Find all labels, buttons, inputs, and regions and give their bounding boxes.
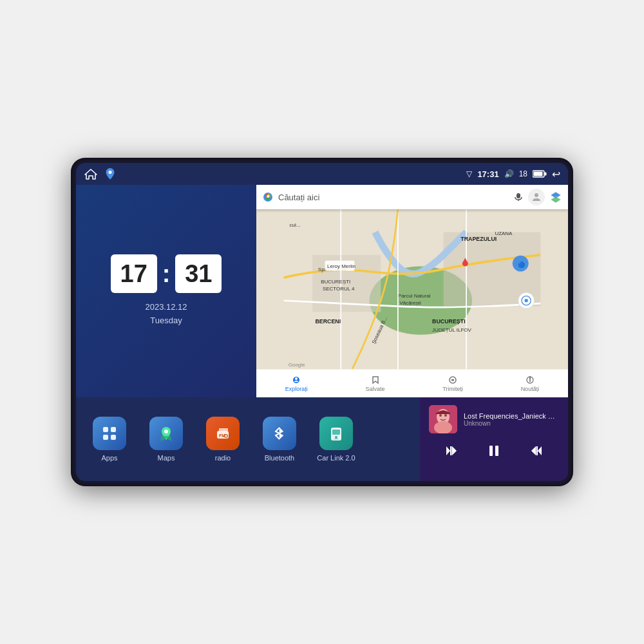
clock-display: 17 : 31 <box>111 254 222 293</box>
svg-text:JUDEȚUL ILFOV: JUDEȚUL ILFOV <box>432 327 471 333</box>
svg-rect-54 <box>334 439 339 440</box>
bottom-area: Apps Maps <box>76 397 568 481</box>
svg-point-6 <box>267 195 269 198</box>
maps-icon[interactable] <box>149 417 183 450</box>
explore-label: Explorați <box>285 386 308 392</box>
svg-point-53 <box>335 436 337 439</box>
back-icon[interactable]: ↩ <box>552 168 560 180</box>
svg-point-33 <box>524 299 527 302</box>
status-right: ▽ 17:31 🔊 18 ↩ <box>466 168 560 180</box>
home-icon[interactable] <box>84 168 98 180</box>
svg-point-59 <box>444 414 447 417</box>
map-search-input[interactable]: Căutați aici <box>278 193 509 202</box>
explore-icon <box>292 375 301 384</box>
status-bar: ▽ 17:31 🔊 18 ↩ <box>76 163 568 185</box>
time-display: 17:31 <box>477 169 498 179</box>
music-title: Lost Frequencies_Janieck Devy-... <box>464 412 559 420</box>
svg-text:BERCENI: BERCENI <box>315 318 341 325</box>
map-tab-saved[interactable]: Salvate <box>366 375 385 392</box>
svg-rect-66 <box>536 446 538 455</box>
album-art-icon <box>429 405 457 433</box>
radio-label: radio <box>215 454 231 462</box>
svg-text:BUCUREȘTI: BUCUREȘTI <box>321 279 350 285</box>
music-text: Lost Frequencies_Janieck Devy-... Unknow… <box>464 412 559 427</box>
svg-point-58 <box>439 414 442 417</box>
map-bottom-bar: Explorați Salvate <box>256 369 568 397</box>
status-left <box>84 167 116 180</box>
top-panels: 17 : 31 2023.12.12 Tuesday <box>76 185 568 397</box>
device-screen: ▽ 17:31 🔊 18 ↩ 17 : <box>76 163 568 481</box>
send-label: Trimiteți <box>442 386 463 392</box>
bluetooth-icon[interactable] <box>263 417 296 450</box>
svg-point-9 <box>535 193 538 197</box>
svg-text:🔵: 🔵 <box>518 261 526 269</box>
account-icon[interactable] <box>528 189 545 205</box>
saved-label: Salvate <box>366 386 385 392</box>
svg-point-50 <box>225 435 227 437</box>
app-item-carlink[interactable]: Car Link 2.0 <box>316 417 357 462</box>
map-tab-explore[interactable]: Explorați <box>285 375 308 392</box>
music-player: Lost Frequencies_Janieck Devy-... Unknow… <box>420 397 568 481</box>
map-tab-send[interactable]: Trimiteți <box>442 375 463 392</box>
svg-rect-64 <box>495 446 498 456</box>
svg-rect-61 <box>450 446 452 455</box>
svg-text:Văcărești: Văcărești <box>400 300 421 306</box>
svg-rect-41 <box>103 427 108 432</box>
map-tab-news[interactable]: Noutăți <box>521 375 540 392</box>
volume-icon: 🔊 <box>504 169 514 178</box>
svg-text:SECTORUL 4: SECTORUL 4 <box>323 286 355 292</box>
next-button[interactable] <box>525 441 549 464</box>
pause-icon <box>487 444 501 458</box>
svg-point-45 <box>164 430 168 433</box>
app-item-maps[interactable]: Maps <box>146 417 187 462</box>
svg-rect-42 <box>111 427 116 432</box>
svg-rect-3 <box>545 173 547 176</box>
play-pause-button[interactable] <box>482 441 506 464</box>
mic-icon[interactable] <box>514 193 523 202</box>
carlink-app-icon <box>327 424 345 442</box>
svg-text:cul...: cul... <box>290 222 301 228</box>
prev-icon <box>444 444 458 458</box>
radio-icon[interactable]: FM <box>206 417 240 450</box>
svg-rect-52 <box>332 430 340 435</box>
apps-row: Apps Maps <box>76 397 420 481</box>
next-icon <box>530 444 544 458</box>
car-display-device: ▽ 17:31 🔊 18 ↩ 17 : <box>71 158 573 486</box>
clock-colon: : <box>162 260 171 288</box>
maps-app-icon <box>157 424 175 442</box>
carlink-icon[interactable] <box>319 417 353 450</box>
prev-button[interactable] <box>439 441 463 464</box>
main-content: 17 : 31 2023.12.12 Tuesday <box>76 185 568 481</box>
svg-text:Parcul Natural: Parcul Natural <box>398 293 431 299</box>
maps-label: Maps <box>158 454 175 462</box>
svg-rect-7 <box>516 193 520 198</box>
svg-marker-0 <box>85 169 97 179</box>
maps-status-icon[interactable] <box>104 167 116 180</box>
apps-label: Apps <box>101 454 117 462</box>
bluetooth-label: Bluetooth <box>265 454 294 462</box>
svg-marker-60 <box>446 446 450 455</box>
bluetooth-app-icon <box>270 424 289 442</box>
app-item-radio[interactable]: FM radio <box>202 417 243 462</box>
saved-icon <box>371 375 380 384</box>
clock-panel: 17 : 31 2023.12.12 Tuesday <box>76 185 256 397</box>
send-icon <box>448 375 457 384</box>
svg-point-38 <box>295 377 298 380</box>
news-icon <box>526 375 535 384</box>
battery-icon <box>533 170 547 178</box>
app-item-apps[interactable]: Apps <box>89 417 130 462</box>
map-search-bar[interactable]: Căutați aici <box>256 185 568 209</box>
clock-date: 2023.12.12 Tuesday <box>145 301 187 328</box>
svg-marker-65 <box>538 446 542 455</box>
apps-icon[interactable] <box>93 417 126 450</box>
map-panel[interactable]: Căutați aici <box>256 185 568 397</box>
signal-icon: ▽ <box>466 169 472 178</box>
battery-level: 18 <box>519 169 527 178</box>
app-item-bluetooth[interactable]: Bluetooth <box>259 417 300 462</box>
apps-grid-icon <box>100 424 118 442</box>
svg-point-39 <box>450 377 456 383</box>
music-thumbnail <box>429 405 457 433</box>
layers-icon[interactable] <box>550 191 562 203</box>
svg-rect-4 <box>534 172 543 176</box>
music-artist: Unknown <box>464 420 559 427</box>
